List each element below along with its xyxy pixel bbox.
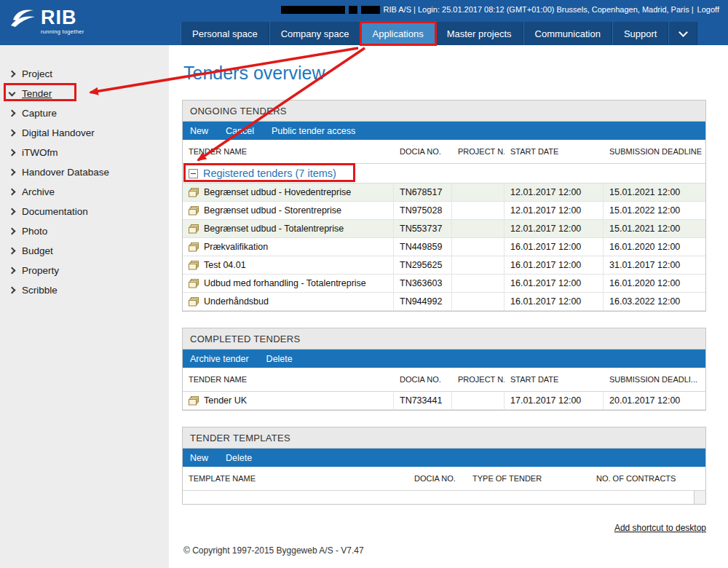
chevron-right-icon [9, 189, 16, 196]
scrollbar[interactable] [694, 491, 705, 504]
cancel-button[interactable]: Cancel [226, 126, 254, 136]
app-header: RIB running together RIB A/S | Login: 25… [0, 0, 728, 45]
sidebar-item-label: Property [22, 265, 59, 276]
chevron-down-icon [678, 28, 688, 37]
sidebar-item-label: Archive [22, 186, 55, 197]
project-no [452, 392, 505, 409]
start-date: 12.01.2017 12:00 [505, 220, 604, 237]
sidebar-item-digital-handover[interactable]: Digital Handover [0, 123, 169, 143]
docia-no: TN295625 [394, 256, 452, 274]
tab-master-projects[interactable]: Master projects [435, 22, 523, 45]
chevron-right-icon [9, 130, 16, 137]
rib-logo: RIB running together [9, 5, 84, 35]
sidebar-item-photo[interactable]: Photo [0, 221, 169, 241]
sidebar-item-handover-database[interactable]: Handover Database [0, 162, 169, 182]
start-date: 12.01.2017 12:00 [505, 202, 604, 219]
docia-no: TN733441 [394, 392, 452, 409]
tender-doc-icon [189, 188, 199, 197]
table-row[interactable]: Tender UK TN733441 17.01.2017 12:00 20.0… [183, 392, 705, 410]
sidebar-item-itwofm[interactable]: iTWOfm [0, 143, 169, 162]
sidebar-item-label: iTWOfm [22, 147, 58, 158]
tender-doc-icon [189, 261, 199, 270]
col-type-of-tender: TYPE OF TENDER [467, 474, 590, 483]
tab-communication[interactable]: Communication [523, 22, 612, 45]
tab-personal-space[interactable]: Personal space [181, 22, 269, 45]
table-row[interactable]: Begrænset udbud - Totalentreprise TN5537… [183, 220, 705, 238]
logoff-link[interactable]: Logoff [697, 5, 719, 14]
start-date: 16.01.2017 12:00 [505, 275, 604, 292]
delete-button[interactable]: Delete [226, 453, 252, 463]
tender-name: Tender UK [204, 395, 247, 406]
sidebar: Project Tender Capture Digital Handover … [0, 45, 169, 568]
sidebar-item-budget[interactable]: Budget [0, 241, 169, 261]
sidebar-item-documentation[interactable]: Documentation [0, 202, 169, 221]
start-date: 16.01.2017 12:00 [505, 293, 604, 310]
tab-label: Personal space [192, 28, 258, 39]
archive-tender-button[interactable]: Archive tender [190, 354, 249, 364]
login-info-text: RIB A/S | Login: 25.01.2017 08:12 (GMT+0… [384, 5, 694, 14]
logo-text: RIB [41, 8, 84, 28]
project-no [452, 275, 505, 292]
chevron-down-icon [9, 89, 16, 96]
tender-name: Begrænset udbud - Storentreprise [204, 205, 341, 216]
col-docia-no: DOCIA NO. [408, 474, 467, 483]
chevron-right-icon [9, 248, 16, 255]
tender-templates-section: TENDER TEMPLATES New Delete TEMPLATE NAM… [182, 427, 706, 505]
sidebar-item-archive[interactable]: Archive [0, 182, 169, 202]
submission-deadline: 16.01.2020 12:00 [604, 275, 705, 292]
public-tender-access-button[interactable]: Public tender access [272, 126, 355, 136]
new-button[interactable]: New [190, 453, 208, 463]
project-no [452, 202, 505, 219]
tab-label: Support [624, 28, 657, 39]
redacted-user-name [281, 6, 345, 14]
chevron-right-icon [9, 110, 16, 117]
tender-doc-icon [189, 224, 199, 234]
table-row[interactable]: Prækvalifikation TN449859 16.01.2017 12:… [183, 238, 705, 256]
project-no [452, 256, 505, 274]
column-headers: TEMPLATE NAME DOCIA NO. TYPE OF TENDER N… [183, 467, 705, 491]
sidebar-item-project[interactable]: Project [0, 64, 169, 84]
tender-name: Prækvalifikation [204, 242, 268, 252]
redacted-user-name [361, 6, 380, 14]
delete-button[interactable]: Delete [266, 354, 293, 364]
sidebar-item-scribble[interactable]: Scribble [0, 280, 169, 300]
tender-name: Udbud med forhandling - Totalentreprise [204, 278, 366, 288]
project-no [452, 238, 505, 256]
new-button[interactable]: New [190, 126, 208, 136]
table-row[interactable]: Udbud med forhandling - Totalentreprise … [183, 275, 705, 293]
docia-no: TN553737 [394, 220, 452, 237]
sidebar-item-capture[interactable]: Capture [0, 103, 169, 123]
nav-more-dropdown[interactable] [668, 22, 697, 45]
tab-label: Master projects [447, 28, 512, 39]
table-row[interactable]: Begrænset udbud - Hovedentreprise TN6785… [183, 184, 705, 202]
tab-support[interactable]: Support [612, 22, 669, 45]
tab-company-space[interactable]: Company space [269, 22, 361, 45]
main-nav: Personal space Company space Application… [181, 22, 697, 45]
rib-logo-icon [9, 5, 36, 30]
tenders-overview-page: RIB running together RIB A/S | Login: 25… [0, 0, 728, 568]
table-row[interactable]: Test 04.01 TN295625 16.01.2017 12:00 31.… [183, 256, 705, 275]
collapse-icon[interactable] [189, 169, 198, 178]
tender-name: Begrænset udbud - Hovedentreprise [204, 187, 351, 197]
sidebar-item-property[interactable]: Property [0, 261, 169, 280]
add-shortcut-link[interactable]: Add shortcut to desktop [614, 523, 706, 533]
registered-tenders-group: Registered tenders (7 items) [183, 164, 705, 184]
start-date: 12.01.2017 12:00 [505, 184, 604, 201]
ongoing-tenders-section: ONGOING TENDERS New Cancel Public tender… [182, 100, 706, 312]
group-label[interactable]: Registered tenders (7 items) [203, 167, 336, 179]
sidebar-item-label: Capture [22, 108, 57, 119]
start-date: 16.01.2017 12:00 [505, 256, 604, 274]
chevron-right-icon [9, 208, 16, 216]
copyright-text: © Copyright 1997-2015 Byggeweb A/S - V7.… [183, 545, 706, 556]
empty-template-list [183, 491, 705, 504]
docia-no: TN363603 [394, 275, 452, 292]
chevron-right-icon [9, 149, 16, 157]
section-header: TENDER TEMPLATES [183, 427, 705, 449]
col-tender-name: TENDER NAME [183, 375, 394, 384]
sidebar-item-tender[interactable]: Tender [0, 84, 169, 103]
table-row[interactable]: Underhåndsbud TN944992 16.01.2017 12:00 … [183, 293, 705, 311]
tab-applications[interactable]: Applications [361, 22, 435, 45]
completed-toolbar: Archive tender Delete [183, 350, 705, 368]
table-row[interactable]: Begrænset udbud - Storentreprise TN97502… [183, 202, 705, 220]
column-headers: TENDER NAME DOCIA NO. PROJECT N... START… [183, 368, 705, 392]
